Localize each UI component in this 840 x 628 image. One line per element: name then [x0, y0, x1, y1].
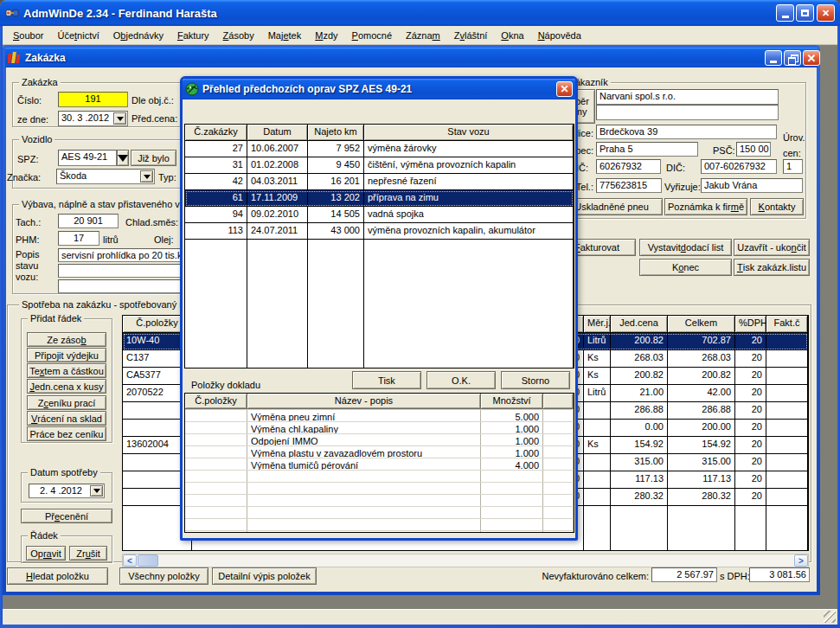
- table-row[interactable]: 11324.07.201143 000výměna provozních kap…: [185, 223, 574, 240]
- condition-field-2[interactable]: [58, 264, 184, 278]
- add-row-button[interactable]: Ze zásob: [27, 332, 106, 347]
- contacts-button[interactable]: Kontakty: [750, 198, 804, 215]
- table-row[interactable]: 3101.02.20089 450čištění, výměna provozn…: [185, 157, 574, 174]
- condition-field-1[interactable]: servisní prohlídka po 20 tis.km: [58, 248, 184, 262]
- already-serviced-button[interactable]: Již bylo: [131, 150, 176, 166]
- delete-row-button[interactable]: Zrušit: [69, 546, 107, 561]
- table-row[interactable]: [185, 483, 574, 495]
- app-maximize-button[interactable]: [796, 4, 814, 22]
- company-note-button[interactable]: Poznámka k firmě: [664, 198, 747, 215]
- menu-item[interactable]: Účetnictví: [50, 26, 106, 45]
- cancel-button[interactable]: Storno: [501, 371, 570, 389]
- scroll-left-button[interactable]: <: [123, 554, 137, 567]
- company-name-field[interactable]: Narvani spol.s r.o.: [596, 89, 779, 105]
- table-row[interactable]: [185, 519, 574, 531]
- column-header[interactable]: %DPH: [735, 316, 766, 332]
- close-finish-button[interactable]: Uzavřít - ukončit: [734, 239, 810, 256]
- table-row[interactable]: 6117.11.200913 202příprava na zimu: [185, 190, 574, 207]
- reprice-button[interactable]: Přecenění: [21, 509, 112, 523]
- repairs-history-table[interactable]: Č.zakázkyDatumNajeto kmStav vozu2710.06.…: [184, 124, 574, 368]
- table-row[interactable]: Výměna tlumičů pérování4.000: [185, 458, 574, 471]
- column-header[interactable]: Stav vozu: [364, 125, 574, 140]
- consumption-date-combobox[interactable]: 2. 4 .2012: [29, 484, 105, 498]
- scroll-right-button[interactable]: >: [794, 554, 808, 567]
- resize-grip-icon[interactable]: [824, 611, 836, 623]
- add-row-button[interactable]: Jedn.cena x kusy: [27, 379, 106, 394]
- child-restore-button[interactable]: [784, 50, 801, 66]
- column-header[interactable]: Datum: [247, 125, 308, 140]
- menu-item[interactable]: Zvláštní: [447, 26, 495, 45]
- add-row-button[interactable]: Připojit výdejku: [27, 348, 106, 362]
- fuel-field[interactable]: 17: [58, 231, 99, 246]
- odometer-field[interactable]: 20 901: [58, 214, 119, 228]
- table-row[interactable]: Výměna pneu zimní5.000: [185, 410, 574, 422]
- menu-item[interactable]: Objednávky: [106, 26, 170, 45]
- table-row[interactable]: Výměna plastu v zavazadlovém prostoru1.0…: [185, 446, 574, 458]
- table-row[interactable]: Výměna chl.kapaliny1.000: [185, 422, 574, 434]
- menu-item[interactable]: Faktury: [170, 26, 216, 45]
- column-header[interactable]: Č.položky: [185, 394, 247, 409]
- condition-field-3[interactable]: [58, 279, 184, 293]
- all-items-button[interactable]: Všechny položky: [119, 567, 208, 585]
- column-header[interactable]: Množství: [481, 394, 543, 409]
- column-header[interactable]: Najeto km: [308, 125, 364, 140]
- order-date-combobox[interactable]: 30. 3 .2012: [58, 111, 128, 126]
- handled-by-field[interactable]: Jakub Vrána: [701, 178, 803, 193]
- end-button[interactable]: Konec: [639, 259, 732, 276]
- column-header[interactable]: Měr.j.: [584, 316, 611, 332]
- brand-combobox[interactable]: Škoda: [56, 169, 155, 184]
- doc-items-table[interactable]: Č.položkyNázev - popisMnožstvíVýměna pne…: [184, 393, 574, 533]
- child-close-button[interactable]: ✕: [803, 50, 820, 66]
- street-field[interactable]: Brdečkova 39: [596, 125, 777, 139]
- menu-item[interactable]: Soubor: [6, 26, 50, 45]
- chevron-down-icon[interactable]: [113, 112, 126, 125]
- app-minimize-button[interactable]: [776, 4, 794, 22]
- table-row[interactable]: Odpojení IMMO1.000: [185, 434, 574, 446]
- edit-row-button[interactable]: Opravit: [26, 546, 66, 561]
- table-row[interactable]: [185, 507, 574, 519]
- detailed-list-button[interactable]: Detailní výpis položek: [212, 567, 317, 585]
- company-id-field[interactable]: 60267932: [596, 159, 661, 174]
- city-field[interactable]: Praha 5: [596, 142, 698, 157]
- child-minimize-button[interactable]: [765, 50, 782, 66]
- ok-button[interactable]: O.K.: [426, 371, 496, 389]
- phone-field[interactable]: 775623815: [596, 178, 662, 193]
- column-header[interactable]: [543, 394, 574, 409]
- items-table-scrollbar[interactable]: < >: [122, 554, 809, 567]
- print-order-sheet-button[interactable]: Tisk zakázk.listu: [734, 259, 810, 276]
- spz-dropdown-button[interactable]: [117, 150, 129, 166]
- dialog-close-button[interactable]: ✕: [556, 81, 573, 97]
- menu-item[interactable]: Majetek: [261, 26, 309, 45]
- menu-item[interactable]: Zásoby: [216, 26, 261, 45]
- table-row[interactable]: 9409.02.201014 505vadná spojka: [185, 207, 574, 223]
- chevron-down-icon[interactable]: [90, 485, 103, 497]
- chevron-down-icon[interactable]: [140, 170, 153, 183]
- company-name2-field[interactable]: [596, 105, 779, 120]
- add-row-button[interactable]: Vrácení na sklad: [27, 411, 106, 426]
- menu-item[interactable]: Záznam: [399, 26, 447, 45]
- menu-item[interactable]: Mzdy: [308, 26, 344, 45]
- column-header[interactable]: Č.zakázky: [185, 125, 247, 140]
- vat-id-field[interactable]: 007-60267932: [701, 159, 777, 174]
- app-close-button[interactable]: ✕: [817, 4, 835, 22]
- price-level-field[interactable]: 1: [783, 159, 803, 174]
- add-row-button[interactable]: Práce bez ceníku: [27, 426, 106, 441]
- table-row[interactable]: 2710.06.20077 952výměna žárovky: [185, 141, 574, 157]
- scrollbar-thumb[interactable]: [138, 554, 158, 567]
- menu-item[interactable]: Okna: [494, 26, 530, 45]
- zip-field[interactable]: 150 00: [736, 142, 771, 157]
- find-item-button[interactable]: Hledat položku: [7, 567, 108, 585]
- table-row[interactable]: [185, 471, 574, 483]
- table-row[interactable]: [185, 495, 574, 507]
- column-header[interactable]: Jed.cena: [611, 316, 668, 332]
- spz-field[interactable]: AES 49-21: [58, 150, 117, 166]
- column-header[interactable]: Fakt.č: [766, 316, 808, 332]
- order-number-field[interactable]: 191: [58, 92, 128, 107]
- add-row-button[interactable]: Textem a částkou: [27, 363, 106, 378]
- print-button[interactable]: Tisk: [352, 371, 421, 389]
- delivery-note-button[interactable]: Vystavit dodací list: [639, 239, 732, 256]
- column-header[interactable]: Celkem: [668, 316, 735, 332]
- column-header[interactable]: Název - popis: [247, 394, 481, 409]
- menu-item[interactable]: Nápověda: [531, 26, 588, 45]
- add-row-button[interactable]: Z ceníku prací: [27, 395, 106, 410]
